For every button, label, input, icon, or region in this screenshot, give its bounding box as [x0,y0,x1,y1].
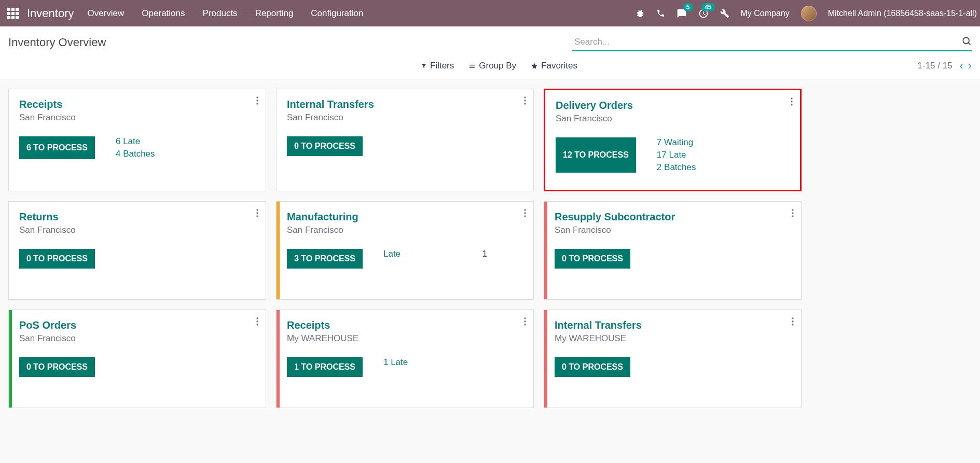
filter-icon [421,63,427,69]
groupby-button[interactable]: Group By [468,61,516,71]
star-icon [531,62,538,69]
process-button[interactable]: 12 TO PROCESS [556,137,636,173]
card-link[interactable]: 6 Late [116,136,155,147]
app-title[interactable]: Inventory [27,7,74,20]
svg-point-8 [791,97,792,99]
svg-point-9 [791,101,792,102]
card-menu-icon[interactable] [792,317,794,326]
card-subtitle: San Francisco [19,225,255,235]
card-body: 12 TO PROCESS7 Waiting17 Late2 Batches [556,137,790,173]
card-link[interactable]: 7 Waiting [657,137,696,148]
card-title[interactable]: Returns [19,211,255,223]
card-color-bar [544,202,547,299]
process-button[interactable]: 0 TO PROCESS [555,249,630,269]
avatar[interactable] [801,6,817,21]
svg-point-25 [524,324,526,325]
process-button[interactable]: 3 TO PROCESS [287,249,363,269]
card-menu-icon[interactable] [256,96,258,105]
svg-point-10 [791,104,792,105]
process-button[interactable]: 6 TO PROCESS [19,136,95,159]
card-color-bar [9,310,12,408]
favorites-label: Favorites [541,61,577,71]
user-name[interactable]: Mitchell Admin (16856458-saas-15-1-all) [828,9,977,18]
nav-configuration[interactable]: Configuration [311,8,363,19]
card-body: 0 TO PROCESS [19,249,255,269]
kanban-card[interactable]: ReceiptsMy WAREHOUSE1 TO PROCESS1 Late [276,310,534,408]
search-icon[interactable] [961,36,972,46]
card-menu-icon[interactable] [256,209,258,217]
card-links: Late1 [383,249,487,269]
card-title[interactable]: Receipts [19,99,255,110]
card-body: 6 TO PROCESS6 Late4 Batches [19,136,255,159]
card-title[interactable]: Resupply Subcontractor [555,211,791,223]
card-body: 3 TO PROCESSLate1 [287,249,523,269]
svg-point-21 [256,320,258,322]
card-title[interactable]: Receipts [287,319,523,331]
filters-button[interactable]: Filters [421,61,454,71]
nav-overview[interactable]: Overview [88,8,125,19]
kanban-card[interactable]: ManufacturingSan Francisco3 TO PROCESSLa… [276,201,534,300]
process-button[interactable]: 0 TO PROCESS [19,357,95,377]
search-input[interactable] [572,34,972,51]
pager-text: 1-15 / 15 [918,61,953,71]
card-title[interactable]: Manufacturing [287,211,523,223]
messages-badge: 5 [683,3,693,11]
svg-line-1 [969,43,971,45]
card-link[interactable]: 4 Batches [116,149,155,159]
search-wrap [572,34,972,51]
card-title[interactable]: PoS Orders [19,319,255,331]
pager-prev[interactable]: ‹ [960,60,963,72]
pager-next[interactable]: › [968,60,972,72]
svg-point-0 [963,37,969,44]
card-menu-icon[interactable] [524,96,526,105]
svg-point-15 [524,212,526,214]
card-menu-icon[interactable] [791,97,793,106]
svg-point-11 [256,209,258,211]
company-selector[interactable]: My Company [741,9,790,18]
card-menu-icon[interactable] [256,317,258,326]
apps-icon[interactable] [7,8,19,19]
process-button[interactable]: 1 TO PROCESS [287,357,363,377]
kanban-card[interactable]: ReceiptsSan Francisco6 TO PROCESS6 Late4… [8,89,266,191]
card-body: 0 TO PROCESS [19,357,255,377]
tools-icon[interactable] [720,9,729,18]
process-button[interactable]: 0 TO PROCESS [287,136,363,156]
kanban-card[interactable]: Resupply SubcontractorSan Francisco0 TO … [544,201,802,300]
activities-icon[interactable]: 45 [698,8,709,19]
card-menu-icon[interactable] [524,317,526,326]
phone-icon[interactable] [656,9,665,18]
card-link[interactable]: 2 Batches [657,162,696,173]
nav-operations[interactable]: Operations [142,8,185,19]
card-menu-icon[interactable] [524,209,526,217]
favorites-button[interactable]: Favorites [531,61,577,71]
messages-icon[interactable]: 5 [677,8,687,19]
svg-point-13 [256,215,258,217]
card-link[interactable]: Late [383,249,401,259]
controls-left: Filters Group By Favorites [421,61,577,71]
process-button[interactable]: 0 TO PROCESS [19,249,95,269]
card-subtitle: My WAREHOUSE [555,333,791,344]
card-title[interactable]: Internal Transfers [555,319,791,331]
svg-point-26 [792,317,793,319]
card-subtitle: My WAREHOUSE [287,333,523,344]
card-link[interactable]: 17 Late [657,150,696,160]
controls-row: Filters Group By Favorites 1-15 / 15 ‹ › [0,54,980,79]
nav-reporting[interactable]: Reporting [255,8,294,19]
nav-products[interactable]: Products [203,8,238,19]
kanban-card[interactable]: PoS OrdersSan Francisco0 TO PROCESS [8,310,266,408]
kanban-card[interactable]: Delivery OrdersSan Francisco12 TO PROCES… [544,89,802,191]
kanban-card[interactable]: ReturnsSan Francisco0 TO PROCESS [8,201,266,300]
card-title[interactable]: Delivery Orders [556,100,790,111]
card-link[interactable]: 1 Late [383,357,408,368]
filters-label: Filters [430,61,454,71]
kanban-card[interactable]: Internal TransfersMy WAREHOUSE0 TO PROCE… [544,310,802,408]
svg-point-20 [256,317,258,319]
card-title[interactable]: Internal Transfers [287,99,523,110]
bug-icon[interactable] [636,9,645,18]
card-color-bar [544,310,547,408]
card-menu-icon[interactable] [792,209,794,217]
card-links: 7 Waiting17 Late2 Batches [657,137,696,173]
kanban-card[interactable]: Internal TransfersSan Francisco0 TO PROC… [276,89,534,191]
card-subtitle: San Francisco [556,114,790,124]
process-button[interactable]: 0 TO PROCESS [555,357,630,377]
